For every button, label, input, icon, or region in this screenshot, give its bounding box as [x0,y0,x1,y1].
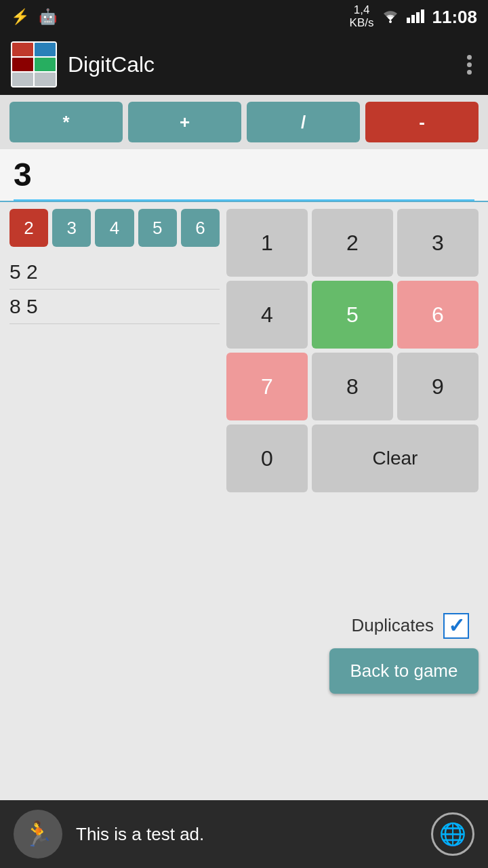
key-8[interactable]: 8 [312,353,393,420]
back-to-game-button[interactable]: Back to game [329,648,479,694]
digit-tab-5[interactable]: 5 [138,209,177,247]
list-item: 8 5 [9,290,220,324]
back-btn-row: Back to game [0,639,488,694]
key-2[interactable]: 2 [312,209,393,277]
duplicates-label: Duplicates [352,615,434,636]
operator-row: * + / - [0,95,488,149]
ad-text: This is a test ad. [76,824,418,845]
status-time: 11:08 [432,7,478,28]
digit-tab-3[interactable]: 3 [52,209,91,247]
subtract-button[interactable]: - [365,102,479,142]
key-9[interactable]: 9 [397,353,479,420]
multiply-button[interactable]: * [9,102,123,142]
usb-icon: ⚡ [11,8,29,26]
ad-runner-icon: 🏃 [14,810,62,859]
key-3[interactable]: 3 [397,209,479,277]
display-underline [14,199,474,201]
key-6[interactable]: 6 [397,281,479,349]
signal-icon [407,8,426,26]
duplicates-row: Duplicates ✓ [0,606,479,639]
android-icon: 🤖 [39,8,57,26]
divide-button[interactable]: / [247,102,360,142]
key-1[interactable]: 1 [226,209,308,277]
svg-rect-1 [407,18,410,23]
display-value: 3 [14,156,474,197]
key-4[interactable]: 4 [226,281,308,349]
key-7[interactable]: 7 [226,353,308,420]
checkmark-icon: ✓ [448,614,465,637]
clear-button[interactable]: Clear [312,425,479,492]
svg-rect-4 [421,9,424,23]
menu-button[interactable] [462,50,477,80]
app-icon [11,41,57,87]
duplicates-checkbox[interactable]: ✓ [443,613,469,639]
ad-globe-icon[interactable]: 🌐 [431,812,474,856]
status-left: ⚡ 🤖 [11,8,57,26]
status-right: 1,4KB/s 11:08 [350,4,477,29]
status-bar: ⚡ 🤖 1,4KB/s 11:08 [0,0,488,34]
left-panel: 2 3 4 5 6 5 2 8 5 [9,209,220,599]
app-title: DigitCalc [68,52,155,77]
top-bar: DigitCalc [0,34,488,95]
add-button[interactable]: + [128,102,241,142]
svg-point-0 [389,20,392,23]
data-speed: 1,4KB/s [350,4,374,29]
digit-tab-6[interactable]: 6 [181,209,220,247]
key-5[interactable]: 5 [312,281,393,349]
wifi-icon [381,8,400,26]
display-area: 3 [0,149,488,202]
svg-rect-2 [411,15,415,23]
digit-tab-2[interactable]: 2 [9,209,48,247]
svg-rect-3 [416,12,420,23]
number-list: 5 2 8 5 [9,255,220,324]
key-0[interactable]: 0 [226,425,308,492]
ad-bar: 🏃 This is a test ad. 🌐 [0,800,488,868]
list-item: 5 2 [9,255,220,290]
main-area: 2 3 4 5 6 5 2 8 5 1 2 3 4 5 6 7 8 9 0 Cl… [0,202,488,606]
digit-tabs: 2 3 4 5 6 [9,209,220,247]
top-bar-left: DigitCalc [11,41,155,87]
keypad: 1 2 3 4 5 6 7 8 9 0 Clear [226,209,479,599]
digit-tab-4[interactable]: 4 [95,209,134,247]
